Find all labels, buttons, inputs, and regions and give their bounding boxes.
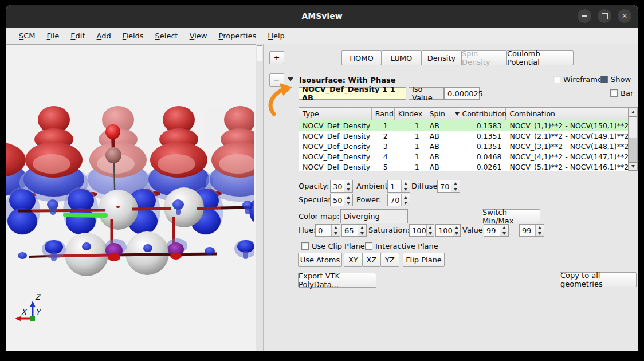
bar-checkbox[interactable]: Bar [610, 89, 633, 97]
col-header-kindex[interactable]: Kindex [395, 108, 426, 120]
table-row[interactable]: NOCV_Def_Density5 1AB 0.0261NOCV_(5,1)**… [299, 162, 628, 171]
tab-density[interactable]: Density [421, 50, 462, 65]
spin-down-button[interactable] [332, 230, 340, 236]
hue-min-spinner[interactable]: 0 [315, 224, 340, 237]
iso-value-input[interactable]: 0.000025 [444, 87, 480, 100]
maximize-icon [602, 13, 608, 19]
use-clip-plane-checkbox[interactable]: Use Clip Plane [301, 242, 365, 250]
copy-to-all-geometries-button[interactable]: Copy to all geometries [560, 272, 637, 287]
3d-viewport[interactable]: X Y Z [6, 44, 256, 351]
spin-down-button[interactable] [358, 230, 366, 236]
spin-up-button[interactable] [451, 180, 460, 186]
table-scrollbar[interactable] [628, 108, 637, 171]
ambient-spinner[interactable]: 1 [387, 180, 410, 193]
menu-select[interactable]: Select [150, 30, 183, 42]
menu-file[interactable]: File [42, 30, 65, 42]
table-row[interactable]: NOCV_Def_Density3 1AB 0.1351NOCV_(3,1)**… [299, 141, 628, 151]
tab-spin-density[interactable]: Spin Density [461, 50, 507, 65]
col-header-contribution[interactable]: Contribution [451, 108, 506, 120]
value-max-spinner[interactable]: 99 [519, 224, 544, 237]
title-bar[interactable]: AMSview ✕ [6, 5, 638, 28]
tab-coulomb-potential[interactable]: Coulomb Potential [506, 50, 574, 65]
scrollbar-thumb[interactable] [629, 116, 637, 138]
col-header-band[interactable]: Band [372, 108, 395, 120]
spin-down-button[interactable] [344, 186, 352, 192]
spin-up-button[interactable] [358, 225, 366, 230]
col-header-type[interactable]: Type [299, 108, 372, 120]
menu-view[interactable]: View [184, 30, 213, 42]
yz-plane-button[interactable]: YZ [380, 253, 399, 267]
panel-splitter[interactable] [256, 44, 264, 351]
xy-plane-button[interactable]: XY [344, 253, 363, 267]
menu-help[interactable]: Help [262, 30, 290, 42]
scroll-up-button[interactable] [629, 108, 637, 116]
interactive-plane-checkbox[interactable]: Interactive Plane [365, 242, 438, 250]
annotation-arrow [267, 83, 298, 116]
spin-up-button[interactable] [427, 225, 434, 230]
amsview-window: AMSview ✕ SCM File Edit Add Fields Selec… [6, 5, 638, 351]
spin-down-button[interactable] [453, 230, 460, 236]
spin-up-button[interactable] [402, 194, 410, 200]
tab-homo[interactable]: HOMO [341, 50, 382, 65]
splitter-handle-icon[interactable] [257, 45, 262, 61]
menu-properties[interactable]: Properties [214, 30, 262, 42]
spin-up-button[interactable] [500, 225, 508, 230]
spin-up-button[interactable] [453, 225, 460, 230]
fields-panel: + HOMO LUMO Density Spin Density Coulomb… [264, 44, 638, 351]
menu-scm[interactable]: SCM [14, 30, 41, 42]
saturation-min-spinner[interactable]: 100 [409, 224, 434, 237]
spin-down-button[interactable] [536, 230, 544, 236]
menu-fields[interactable]: Fields [117, 30, 149, 42]
spin-down-button[interactable] [500, 230, 508, 236]
checkbox-box[interactable] [600, 76, 608, 83]
col-header-spin[interactable]: Spin [426, 108, 452, 120]
xz-plane-button[interactable]: XZ [362, 253, 381, 267]
add-field-button[interactable]: + [269, 51, 284, 64]
hue-max-spinner[interactable]: 65 [341, 224, 367, 237]
selected-bond-highlight [65, 215, 105, 215]
spin-down-button[interactable] [451, 186, 460, 192]
wireframe-checkbox[interactable]: Wireframe [553, 75, 602, 84]
flip-plane-button[interactable]: Flip Plane [403, 253, 445, 267]
maximize-button[interactable] [598, 9, 611, 23]
spin-down-button[interactable] [402, 186, 410, 192]
tab-lumo[interactable]: LUMO [381, 50, 422, 65]
col-header-combination[interactable]: Combination [506, 108, 628, 120]
export-vtk-button[interactable]: Export VTK PolyData... [298, 273, 376, 288]
specular-spinner[interactable]: 50 [330, 194, 353, 206]
saturation-max-spinner[interactable]: 100 [435, 224, 461, 237]
table-row[interactable]: NOCV_Def_Density4 1AB 0.0468NOCV_(4,1)**… [299, 151, 628, 162]
spin-up-button[interactable] [402, 180, 410, 186]
carbon-atom [105, 147, 121, 163]
value-min-spinner[interactable]: 99 [484, 224, 509, 237]
diffuse-spinner[interactable]: 70 [437, 180, 460, 193]
menu-edit[interactable]: Edit [65, 30, 90, 42]
switch-minmax-button[interactable]: Switch Min/Max [482, 209, 540, 223]
collapse-triangle-icon[interactable] [288, 77, 293, 81]
minimize-button[interactable] [578, 9, 591, 23]
colormap-combobox[interactable]: Diverging [340, 209, 408, 223]
table-row[interactable]: NOCV_Def_Density1 1AB 0.1583NOCV_(1,1)**… [299, 120, 628, 131]
table-row[interactable]: NOCV_Def_Density2 1AB 0.1351NOCV_(2,1)**… [299, 131, 628, 141]
checkbox-box[interactable] [553, 76, 560, 83]
opacity-spinner[interactable]: 30 [330, 180, 353, 193]
show-label: Show [611, 75, 631, 84]
menu-add[interactable]: Add [92, 30, 116, 42]
spin-up-button[interactable] [536, 225, 544, 230]
spin-up-button[interactable] [344, 180, 352, 186]
use-atoms-button[interactable]: Use Atoms [298, 253, 342, 267]
checkbox-box[interactable] [301, 242, 309, 250]
checkbox-box[interactable] [610, 89, 618, 97]
close-button[interactable]: ✕ [618, 9, 631, 23]
spin-down-button[interactable] [344, 200, 352, 206]
power-spinner[interactable]: 70 [387, 194, 410, 206]
spin-down-button[interactable] [402, 200, 410, 206]
scroll-down-button[interactable] [629, 162, 637, 171]
checkbox-box[interactable] [365, 242, 372, 250]
field-name-input[interactable]: NOCV_Def_Density 1 1 AB [299, 87, 406, 100]
spin-down-button[interactable] [427, 230, 434, 236]
spin-up-button[interactable] [332, 225, 340, 230]
show-checkbox[interactable]: Show [600, 75, 631, 84]
arrow-up-icon [631, 111, 635, 113]
spin-up-button[interactable] [344, 194, 352, 200]
